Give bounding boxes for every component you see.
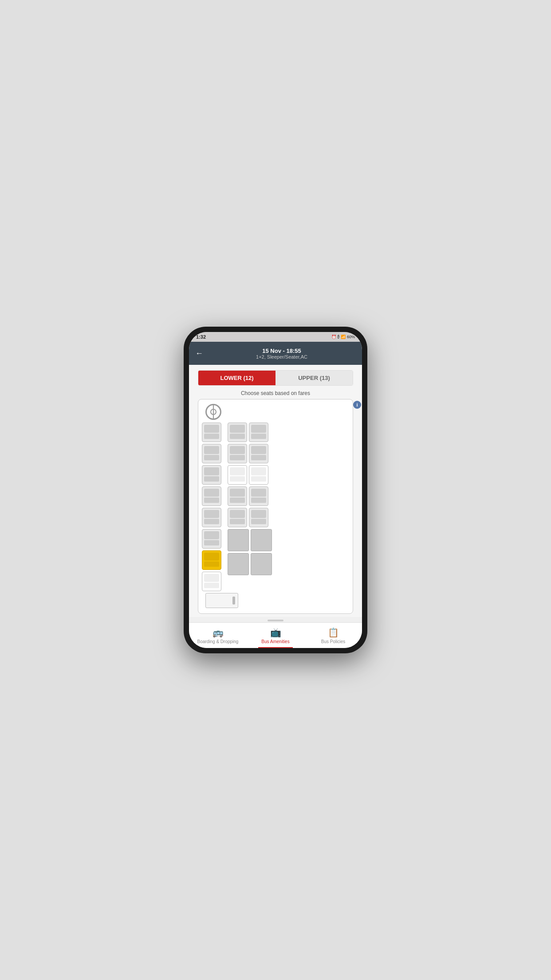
- header-date: 15 Nov - 18:55: [208, 348, 356, 354]
- seat-L2[interactable]: [202, 444, 221, 463]
- boarding-label: Boarding & Dropping: [197, 639, 239, 644]
- toilet-box: [205, 593, 238, 608]
- seat-R7b[interactable]: [251, 553, 272, 575]
- seat-R4a[interactable]: [228, 486, 247, 506]
- status-bar: 1:32 ⏰ ₿ 📶 60%: [189, 332, 362, 342]
- bluetooth-icon: ₿: [338, 335, 339, 339]
- back-button[interactable]: ←: [195, 349, 203, 358]
- status-time: 1:32: [196, 334, 206, 340]
- seats-area: [202, 423, 349, 591]
- boarding-icon: 🚌: [213, 627, 224, 638]
- seat-L4[interactable]: [202, 486, 221, 506]
- seat-L8[interactable]: [202, 572, 221, 591]
- seat-L6[interactable]: [202, 529, 221, 549]
- seat-R7a[interactable]: [228, 553, 249, 575]
- nav-boarding[interactable]: 🚌 Boarding & Dropping: [189, 623, 247, 648]
- phone-frame: 1:32 ⏰ ₿ 📶 60% ← 15 Nov - 18:55 1+2, Sle…: [184, 327, 367, 653]
- seat-row-R4: [228, 486, 349, 506]
- phone-screen: 1:32 ⏰ ₿ 📶 60% ← 15 Nov - 18:55 1+2, Sle…: [189, 332, 362, 648]
- seat-R2a[interactable]: [228, 444, 247, 463]
- deck-tabs: LOWER (12) UPPER (13): [198, 370, 353, 386]
- amenities-icon: 📺: [270, 627, 281, 638]
- signal-icons: 📶: [341, 335, 346, 339]
- seat-L1[interactable]: [202, 423, 221, 442]
- right-column: [228, 423, 349, 591]
- seat-row-R7: [228, 553, 349, 575]
- seat-R3b[interactable]: [249, 465, 268, 485]
- policies-icon: 📋: [328, 627, 339, 638]
- info-icon[interactable]: i: [353, 401, 361, 409]
- upper-deck-tab[interactable]: UPPER (13): [276, 371, 353, 385]
- seat-L3[interactable]: [202, 465, 221, 485]
- seat-R3a[interactable]: [228, 465, 247, 485]
- header-info: 15 Nov - 18:55 1+2, Sleeper/Seater,AC: [208, 348, 356, 360]
- seat-row-R3: [228, 465, 349, 485]
- seat-L5[interactable]: [202, 508, 221, 527]
- seat-row-R1: [228, 423, 349, 442]
- seat-R2b[interactable]: [249, 444, 268, 463]
- seat-row-R2: [228, 444, 349, 463]
- seat-R4b[interactable]: [249, 486, 268, 506]
- amenities-label: Bus Amenities: [261, 639, 289, 644]
- main-content: LOWER (12) UPPER (13) Choose seats based…: [189, 365, 362, 617]
- seat-map-wrapper: i: [198, 399, 353, 614]
- seat-R6a[interactable]: [228, 529, 249, 551]
- steering-wheel: [205, 404, 221, 420]
- status-icons: ⏰ ₿ 📶 60%: [331, 335, 355, 339]
- header: ← 15 Nov - 18:55 1+2, Sleeper/Seater,AC: [189, 342, 362, 365]
- battery-label: 60%: [347, 335, 355, 339]
- seat-L7-selected[interactable]: [202, 550, 221, 570]
- nav-amenities[interactable]: 📺 Bus Amenities: [247, 623, 304, 648]
- drag-indicator: [268, 620, 283, 621]
- seat-map: [198, 399, 353, 614]
- info-text: Choose seats based on fares: [189, 390, 362, 396]
- policies-label: Bus Policies: [321, 639, 345, 644]
- nav-policies[interactable]: 📋 Bus Policies: [304, 623, 362, 648]
- lower-deck-tab[interactable]: LOWER (12): [198, 371, 276, 385]
- seat-R5a[interactable]: [228, 508, 247, 527]
- seat-R5b[interactable]: [249, 508, 268, 527]
- seat-R1a[interactable]: [228, 423, 247, 442]
- alarm-icon: ⏰: [331, 335, 336, 339]
- header-bus-type: 1+2, Sleeper/Seater,AC: [208, 354, 356, 360]
- bottom-nav: 🚌 Boarding & Dropping 📺 Bus Amenities 📋 …: [189, 622, 362, 648]
- seat-row-R5: [228, 508, 349, 527]
- seat-R6b[interactable]: [251, 529, 272, 551]
- seat-row-R6: [228, 529, 349, 551]
- left-column: [202, 423, 225, 591]
- seat-R1b[interactable]: [249, 423, 268, 442]
